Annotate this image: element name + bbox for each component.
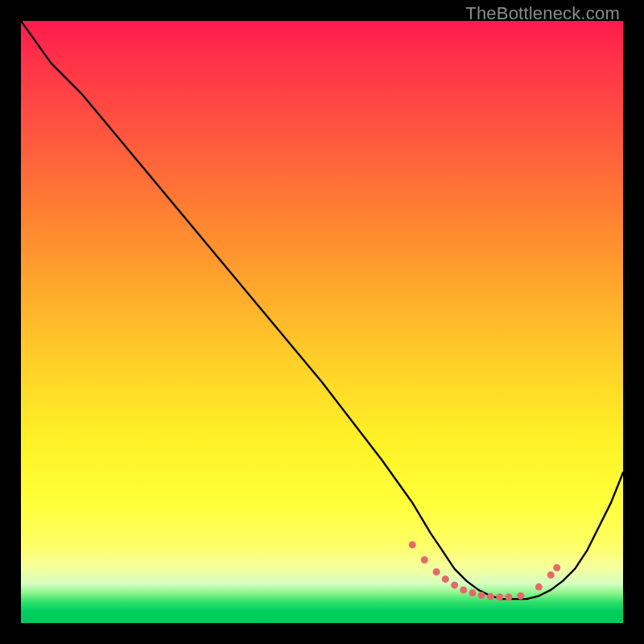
marker-dot xyxy=(535,584,543,591)
marker-dot xyxy=(517,592,524,600)
marker-dot xyxy=(478,592,485,599)
plot-area xyxy=(21,21,623,623)
marker-dot xyxy=(421,556,428,564)
marker-dot xyxy=(505,593,512,601)
marker-dot xyxy=(451,581,458,588)
curve-path xyxy=(21,21,623,599)
marker-dot xyxy=(487,593,494,601)
marker-dot xyxy=(469,589,477,597)
chart-frame: TheBottleneck.com xyxy=(0,0,644,644)
curve-svg xyxy=(21,21,623,623)
marker-dot xyxy=(553,564,560,572)
marker-group xyxy=(409,541,561,601)
marker-dot xyxy=(496,593,503,601)
marker-dot xyxy=(547,572,555,579)
marker-dot xyxy=(433,568,440,576)
watermark-text: TheBottleneck.com xyxy=(465,3,620,24)
marker-dot xyxy=(409,541,416,548)
marker-dot xyxy=(460,586,467,593)
marker-dot xyxy=(442,576,449,583)
